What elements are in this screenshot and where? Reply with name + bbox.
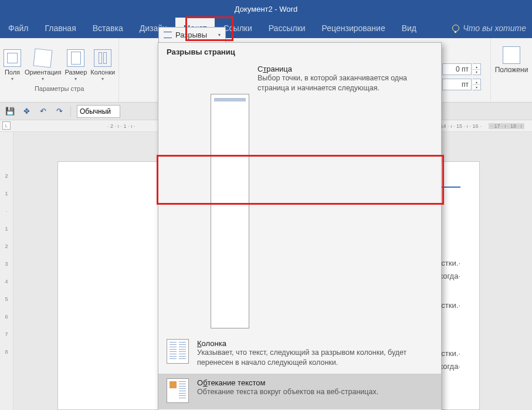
title-bar: Документ2 - Word bbox=[0, 0, 532, 18]
item-title: Обтекание текстом bbox=[197, 378, 378, 387]
spacing-before-spinner[interactable]: 0 пт ▴▾ bbox=[442, 63, 481, 75]
margins-icon bbox=[4, 49, 21, 67]
columns-button[interactable]: Колонки ▾ bbox=[90, 48, 115, 83]
redo-icon[interactable]: ↷ bbox=[54, 106, 65, 117]
divider bbox=[70, 106, 71, 117]
item-desc: Указывает, что текст, следующий за разры… bbox=[197, 348, 432, 368]
item-desc: Обтекание текста вокруг объектов на веб-… bbox=[197, 387, 378, 397]
position-button[interactable]: Положени bbox=[495, 45, 528, 75]
tab-stop-indicator[interactable]: L bbox=[2, 121, 11, 130]
breaks-icon bbox=[164, 32, 172, 38]
page-setup-label: Параметры стра bbox=[35, 85, 84, 92]
spacing-after-spinner[interactable]: пт ▴▾ bbox=[442, 79, 481, 90]
text-wrap-icon bbox=[167, 378, 189, 403]
position-icon bbox=[503, 46, 520, 64]
breaks-label: Разрывы bbox=[175, 31, 207, 39]
chevron-down-icon: ▾ bbox=[74, 76, 77, 82]
size-button[interactable]: Размер ▾ bbox=[65, 48, 87, 83]
column-break-icon bbox=[167, 339, 189, 364]
orientation-icon bbox=[33, 49, 53, 68]
tab-review[interactable]: Рецензирование bbox=[314, 18, 394, 38]
chevron-down-icon: ▾ bbox=[42, 76, 44, 82]
group-page-setup: Поля ▾ Ориентация ▾ Размер ▾ Колонки ▾ П… bbox=[0, 38, 119, 102]
margins-button[interactable]: Поля ▾ bbox=[4, 48, 21, 83]
chevron-down-icon: ▾ bbox=[11, 76, 13, 82]
columns-icon bbox=[94, 49, 111, 67]
item-desc: Выбор точки, в которой заканчивается одн… bbox=[257, 73, 433, 93]
tell-me-placeholder: Что вы хотите bbox=[463, 23, 526, 33]
stepper-icon[interactable]: ▴▾ bbox=[473, 63, 481, 75]
item-title: Страница bbox=[257, 65, 433, 73]
tab-view[interactable]: Вид bbox=[394, 18, 425, 38]
chevron-down-icon: ▾ bbox=[101, 76, 104, 82]
break-column[interactable]: Колонка Указывает, что текст, следующий … bbox=[158, 334, 441, 374]
spacing-after-value: пт bbox=[442, 79, 472, 90]
ruler-tick: · 2 · ı · 1 · ı · bbox=[107, 123, 135, 129]
group-arrange: Положени bbox=[491, 38, 532, 102]
save-icon[interactable]: 💾 bbox=[5, 106, 15, 117]
touch-mode-icon[interactable]: ✥ bbox=[21, 106, 32, 117]
orientation-label: Ориентация bbox=[25, 69, 61, 76]
columns-label: Колонки bbox=[90, 69, 115, 76]
ribbon-tabs: Файл Главная Вставка Дизайн Макет Ссылки… bbox=[0, 18, 532, 38]
size-label: Размер bbox=[65, 69, 87, 76]
breaks-button[interactable]: Разрывы ▾ bbox=[158, 27, 226, 42]
orientation-button[interactable]: Ориентация ▾ bbox=[25, 48, 61, 83]
ruler-tick: · 17 · ı · 18 · ı bbox=[489, 123, 524, 129]
tab-home[interactable]: Главная bbox=[36, 18, 84, 38]
size-icon bbox=[67, 49, 84, 67]
page-break-icon bbox=[211, 94, 249, 328]
vertical-ruler[interactable]: 21· 123 456 78 bbox=[0, 132, 13, 410]
undo-icon[interactable]: ↶ bbox=[38, 106, 48, 117]
stepper-icon[interactable]: ▴▾ bbox=[473, 79, 481, 90]
break-text-wrapping[interactable]: Обтекание текстом Обтекание текста вокру… bbox=[158, 374, 441, 409]
section-page-breaks: Разрывы страниц bbox=[158, 43, 441, 60]
tab-mailings[interactable]: Рассылки bbox=[260, 18, 314, 38]
break-page[interactable]: Страница Выбор точки, в которой заканчив… bbox=[158, 60, 441, 334]
margins-label: Поля bbox=[5, 69, 20, 76]
breaks-dropdown: Разрывы ▾ Разрывы страниц Страница Выбор… bbox=[158, 42, 442, 410]
tab-insert[interactable]: Вставка bbox=[84, 18, 131, 38]
position-label: Положени bbox=[495, 66, 528, 74]
chevron-down-icon: ▾ bbox=[218, 32, 221, 38]
lightbulb-icon bbox=[452, 25, 459, 32]
tab-file[interactable]: Файл bbox=[0, 18, 36, 38]
spacing-before-value: 0 пт bbox=[442, 63, 472, 75]
item-title: Колонка bbox=[197, 339, 432, 348]
tell-me-search[interactable]: Что вы хотите bbox=[446, 18, 532, 38]
style-selector[interactable] bbox=[77, 105, 120, 118]
window-title: Документ2 - Word bbox=[235, 5, 297, 13]
